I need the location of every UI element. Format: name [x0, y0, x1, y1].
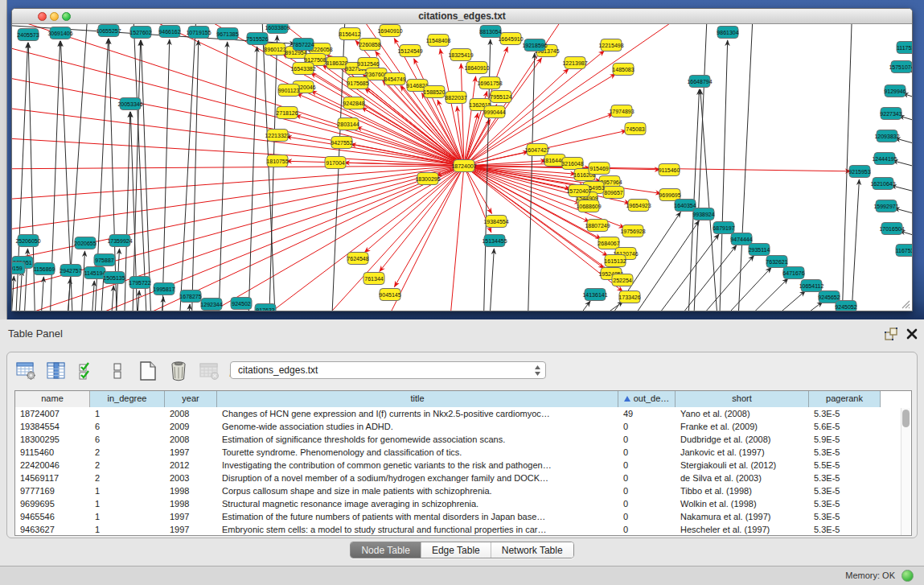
graph-node[interactable]: 3216048 — [561, 158, 583, 170]
table-cell[interactable]: 0 — [618, 497, 676, 510]
table-cell[interactable]: Structural magnetic resonance image aver… — [217, 497, 618, 510]
graph-node[interactable]: 2935114 — [749, 244, 770, 256]
table-cell[interactable]: 5.3E-5 — [809, 484, 881, 497]
table-cell[interactable]: 2 — [90, 472, 165, 484]
graph-node[interactable]: 12213987 — [562, 57, 587, 69]
graph-node[interactable]: 9671385 — [216, 28, 238, 40]
float-panel-icon[interactable] — [885, 328, 898, 340]
graph-node[interactable]: 9861304 — [717, 27, 738, 39]
table-row[interactable]: 1872400712008Changes of HCN gene express… — [15, 407, 911, 420]
table-cell[interactable]: Tourette syndrome. Phenomenology and cla… — [217, 446, 618, 459]
graph-node[interactable]: 18807249 — [585, 220, 610, 232]
table-cell[interactable]: Nakamura et al. (1997) — [676, 510, 809, 523]
graph-node[interactable]: 8822037 — [445, 92, 466, 104]
scrollbar-thumb[interactable] — [902, 410, 910, 427]
new-document-icon[interactable] — [138, 360, 158, 381]
graph-node[interactable]: 18640910 — [464, 62, 489, 74]
graph-node[interactable]: 9129946 — [884, 85, 906, 97]
table-cell[interactable]: 1 — [90, 484, 165, 497]
graph-node[interactable]: 14136141 — [582, 289, 607, 301]
select-columns-icon[interactable] — [46, 360, 67, 381]
graph-node[interactable]: 39159 — [12, 262, 25, 274]
graph-node[interactable]: 15134455 — [482, 235, 507, 247]
graph-node[interactable]: 12093832 — [874, 130, 899, 142]
graph-node[interactable]: 2803144 — [337, 118, 359, 130]
graph-node[interactable]: 15720407 — [566, 185, 591, 197]
table-cell[interactable]: Changes of HCN gene expression and I(f) … — [217, 407, 618, 420]
graph-node[interactable]: 2942757 — [60, 265, 81, 277]
table-cell[interactable]: Genome-wide association studies in ADHD. — [217, 420, 618, 433]
table-row[interactable]: 911546021997Tourette syndrome. Phenomeno… — [15, 446, 911, 459]
table-row[interactable]: 1456911722003Disruption of a novel membe… — [15, 472, 911, 484]
graph-node[interactable]: 252254 — [612, 274, 633, 286]
graph-node[interactable]: 19384554 — [483, 216, 508, 228]
table-cell[interactable]: 6 — [90, 420, 165, 433]
table-cell[interactable]: Dudbridge et al. (2008) — [676, 433, 809, 446]
table-cell[interactable]: 1998 — [165, 497, 217, 510]
graph-node[interactable]: 2405573 — [17, 29, 39, 41]
graph-node[interactable]: 9245052 — [835, 301, 856, 311]
graph-node[interactable]: 9938924 — [692, 208, 714, 220]
graph-node[interactable]: 9045145 — [379, 289, 400, 301]
table-cell[interactable]: 18724007 — [15, 407, 90, 420]
table-cell[interactable]: 0 — [618, 459, 676, 472]
graph-node[interactable]: 7515526 — [246, 33, 268, 45]
graph-node[interactable]: 16033809 — [265, 24, 290, 34]
graph-node[interactable]: 17016504 — [879, 223, 904, 235]
table-cell[interactable]: 5.3E-5 — [809, 497, 881, 510]
graph-node[interactable]: 1640354 — [674, 200, 696, 212]
table-cell[interactable]: Estimation of significance thresholds fo… — [217, 433, 618, 446]
table-cell[interactable]: 49 — [618, 407, 676, 420]
table-cell[interactable]: Tibbo et al. (1998) — [676, 484, 809, 497]
table-cell[interactable]: 2008 — [165, 433, 217, 446]
table-cell[interactable]: 5.3E-5 — [809, 523, 881, 536]
graph-node[interactable]: 1588520 — [423, 86, 445, 98]
graph-node[interactable]: 7857224 — [292, 39, 314, 51]
graph-node[interactable]: 12444195 — [872, 153, 897, 165]
graph-node[interactable]: 7955124 — [490, 91, 511, 103]
graph-node[interactable]: 9115460 — [659, 164, 680, 176]
table-cell[interactable]: Wolkin et al. (1998) — [676, 497, 809, 510]
table-row[interactable]: 946362711997Embryonic stem cells: a mode… — [15, 523, 911, 536]
column-header-short[interactable]: short — [676, 391, 809, 407]
graph-node[interactable]: 1167534 — [896, 245, 912, 257]
network-window[interactable]: citations_edges.txt 18724007896012389129… — [11, 8, 913, 311]
resize-grip-icon[interactable] — [899, 298, 910, 309]
graph-node[interactable]: 16961758 — [477, 77, 502, 89]
table-cell[interactable]: Disruption of a novel member of a sodium… — [217, 472, 618, 484]
graph-node[interactable]: 10655257 — [96, 25, 121, 37]
graph-node[interactable]: 25206050 — [15, 235, 40, 247]
table-cell[interactable]: 2 — [90, 446, 165, 459]
table-cell[interactable]: 1997 — [165, 523, 217, 536]
graph-node[interactable]: 8813054 — [479, 26, 501, 38]
graph-node[interactable]: 7632621 — [766, 256, 787, 268]
graph-node[interactable]: 8454749 — [384, 73, 405, 85]
graph-node[interactable]: 9227343 — [880, 108, 901, 120]
table-cell[interactable]: Embryonic stem cells: a model to study s… — [217, 523, 618, 536]
graph-node[interactable]: 10719155 — [186, 27, 211, 39]
graph-node[interactable]: 9242848 — [343, 97, 364, 109]
graph-node[interactable]: 6879197 — [713, 222, 734, 234]
graph-node[interactable]: 16940910 — [377, 25, 402, 37]
graph-node[interactable]: 1156869 — [34, 263, 55, 275]
table-cell[interactable]: 1 — [90, 523, 165, 536]
table-cell[interactable]: 6 — [90, 433, 165, 446]
table-select-dropdown[interactable]: citations_edges.txt — [230, 361, 546, 379]
table-cell[interactable]: Estimation of the future numbers of pati… — [217, 510, 618, 523]
tab-network-table[interactable]: Network Table — [491, 542, 573, 558]
graph-node[interactable]: 1292344 — [200, 299, 222, 311]
graph-node[interactable]: 30691406 — [47, 27, 72, 39]
table-cell[interactable]: 22420046 — [15, 459, 90, 472]
table-cell[interactable]: 18300295 — [15, 433, 90, 446]
table-cell[interactable]: 0 — [618, 420, 676, 433]
graph-node[interactable]: 8960123 — [264, 43, 285, 56]
graph-node[interactable]: 15992971 — [873, 200, 898, 212]
table-cell[interactable]: Franke et al. (2009) — [676, 420, 809, 433]
table-cell[interactable]: 19384554 — [15, 420, 90, 433]
row-height-icon[interactable] — [107, 360, 128, 381]
table-row[interactable]: 977716911998Corpus callosum shape and si… — [15, 484, 911, 497]
graph-node[interactable]: 915469 — [589, 163, 610, 175]
table-row[interactable]: 1830029562008Estimation of significance … — [15, 433, 911, 446]
table-cell[interactable]: 0 — [618, 472, 676, 484]
graph-node[interactable]: 1485083 — [612, 64, 634, 76]
